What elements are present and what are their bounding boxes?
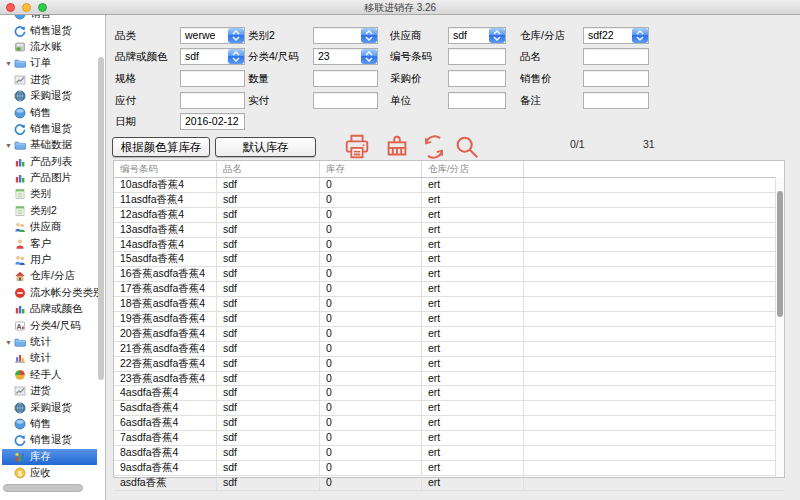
- table-cell: sdf: [217, 357, 320, 371]
- column-header[interactable]: 品名: [217, 161, 320, 177]
- table-row[interactable]: 21香蕉asdfa香蕉4sdf0ert: [114, 342, 784, 357]
- sidebar-item-purchase-in-1[interactable]: 进货: [2, 72, 97, 88]
- sidebar-item-sales-2[interactable]: 销售: [2, 104, 97, 120]
- table-row[interactable]: 9asdfa香蕉4sdf0ert: [114, 461, 784, 476]
- table-row[interactable]: 17香蕉asdfa香蕉4sdf0ert: [114, 282, 784, 297]
- sidebar-item-sales-return-1[interactable]: 销售退货: [2, 22, 97, 38]
- sidebar-item-daybook-category[interactable]: 流水帐分类类别: [2, 285, 97, 301]
- paid-input[interactable]: [313, 92, 378, 109]
- table-row[interactable]: 14asdfa香蕉4sdf0ert: [114, 238, 784, 253]
- table-row[interactable]: 19香蕉asdfa香蕉4sdf0ert: [114, 312, 784, 327]
- dropdown-arrows-icon[interactable]: [632, 28, 648, 43]
- table-row[interactable]: 15asdfa香蕉4sdf0ert: [114, 252, 784, 267]
- payable-input[interactable]: [180, 92, 245, 109]
- table-row[interactable]: 22香蕉asdfa香蕉4sdf0ert: [114, 357, 784, 372]
- disclosure-triangle-icon[interactable]: ▼: [3, 60, 14, 67]
- table-scrollbar-thumb[interactable]: [777, 191, 783, 317]
- quantity-input[interactable]: [313, 70, 378, 87]
- sidebar-item-orders-group[interactable]: ▼订单: [2, 55, 97, 71]
- category2-select[interactable]: [313, 27, 378, 44]
- clean-icon[interactable]: [383, 133, 411, 161]
- category-select[interactable]: werwe: [180, 27, 245, 44]
- search-icon[interactable]: [453, 133, 481, 161]
- sidebar-item-category2[interactable]: 类别2: [2, 203, 97, 219]
- product-name-input[interactable]: [583, 48, 649, 65]
- dropdown-arrows-icon[interactable]: [361, 49, 377, 64]
- column-header[interactable]: 库存: [320, 161, 422, 177]
- sidebar-horizontal-scrollbar[interactable]: [3, 484, 83, 492]
- supplier-select[interactable]: sdf: [448, 27, 506, 44]
- table-row[interactable]: 4asdfa香蕉4sdf0ert: [114, 386, 784, 401]
- table-row[interactable]: 16香蕉asdfa香蕉4sdf0ert: [114, 267, 784, 282]
- barcode-input[interactable]: [448, 48, 506, 65]
- table-row[interactable]: 8asdfa香蕉4sdf0ert: [114, 446, 784, 461]
- sidebar-item-purchase-in-2[interactable]: 进货: [2, 383, 97, 399]
- column-header[interactable]: [524, 161, 784, 177]
- table-cell: 0: [320, 416, 422, 430]
- purchase-price-input[interactable]: [448, 70, 506, 87]
- remark-input[interactable]: [583, 92, 649, 109]
- sidebar-item-sales-return-2[interactable]: 销售退货: [2, 121, 97, 137]
- sidebar-item-supplier[interactable]: 供应商: [2, 219, 97, 235]
- minus-circle-icon: [14, 287, 26, 299]
- table-row[interactable]: 7asdfa香蕉4sdf0ert: [114, 431, 784, 446]
- table-row[interactable]: 23香蕉asdfa香蕉4sdf0ert: [114, 372, 784, 387]
- dropdown-arrows-icon[interactable]: [361, 28, 377, 43]
- date-input[interactable]: 2016-02-12: [180, 113, 245, 130]
- sidebar-item-receivable[interactable]: $应收: [2, 465, 97, 481]
- sidebar-item-label: 仓库/分店: [30, 269, 75, 283]
- print-icon[interactable]: [343, 133, 371, 161]
- product-name-input-label: 品名: [520, 50, 541, 64]
- table-scrollbar[interactable]: [775, 177, 784, 477]
- coin-icon: $: [14, 467, 26, 479]
- table-row[interactable]: asdfa香蕉sdf0ert: [114, 476, 784, 491]
- brand-color-select[interactable]: sdf: [180, 48, 245, 65]
- size-select[interactable]: 23: [313, 48, 378, 65]
- sidebar-vertical-scrollbar[interactable]: [98, 57, 104, 380]
- sidebar-item-purchase-return-2[interactable]: 采购退货: [2, 399, 97, 415]
- table-row[interactable]: 6asdfa香蕉4sdf0ert: [114, 416, 784, 431]
- sidebar-item-customer[interactable]: 客户: [2, 235, 97, 251]
- calc-stock-by-color-button[interactable]: 根据颜色算库存: [112, 137, 210, 157]
- disclosure-triangle-icon[interactable]: ▼: [3, 339, 14, 346]
- sidebar-item-warehouse-branch[interactable]: 仓库/分店: [2, 268, 97, 284]
- table-row[interactable]: 20香蕉asdfa香蕉4sdf0ert: [114, 327, 784, 342]
- sidebar-item-inventory[interactable]: 库存: [2, 449, 97, 465]
- sidebar-item-daybook[interactable]: 流水账: [2, 39, 97, 55]
- zoom-button[interactable]: [38, 3, 47, 12]
- sidebar-item-product-list[interactable]: 产品列表: [2, 154, 97, 170]
- sidebar-item-sales-1[interactable]: 销售: [2, 15, 97, 22]
- dropdown-arrows-icon[interactable]: [228, 49, 244, 64]
- disclosure-triangle-icon[interactable]: ▼: [3, 142, 14, 149]
- close-button[interactable]: [6, 3, 15, 12]
- table-row[interactable]: 5asdfa香蕉4sdf0ert: [114, 401, 784, 416]
- sidebar-item-handler[interactable]: 经手人: [2, 367, 97, 383]
- sidebar-item-product-images[interactable]: 产品图片: [2, 170, 97, 186]
- default-stock-button[interactable]: 默认库存: [215, 137, 316, 157]
- table-row[interactable]: 10asdfa香蕉4sdf0ert: [114, 178, 784, 193]
- sidebar-item-statistics[interactable]: 统计: [2, 350, 97, 366]
- warehouse-select[interactable]: sdf22: [583, 27, 649, 44]
- table-row[interactable]: 11asdfa香蕉4sdf0ert: [114, 193, 784, 208]
- column-header[interactable]: 仓库/分店: [422, 161, 524, 177]
- sidebar-item-category4-size[interactable]: A分类4/尺码: [2, 317, 97, 333]
- sidebar-item-sales-return-3[interactable]: 销售退货: [2, 432, 97, 448]
- minimize-button[interactable]: [22, 3, 31, 12]
- dropdown-arrows-icon[interactable]: [228, 28, 244, 43]
- sidebar-item-base-data-group[interactable]: ▼基础数据: [2, 137, 97, 153]
- unit-input[interactable]: [448, 92, 506, 109]
- table-row[interactable]: 18香蕉asdfa香蕉4sdf0ert: [114, 297, 784, 312]
- sidebar-item-purchase-return-1[interactable]: 采购退货: [2, 88, 97, 104]
- sidebar-item-brand-or-color[interactable]: 品牌或颜色: [2, 301, 97, 317]
- sidebar-item-category[interactable]: 类别: [2, 186, 97, 202]
- dropdown-arrows-icon[interactable]: [489, 28, 505, 43]
- sidebar-item-stats-group[interactable]: ▼统计: [2, 334, 97, 350]
- sidebar-item-sales-3[interactable]: 销售: [2, 416, 97, 432]
- column-header[interactable]: 编号条码: [114, 161, 217, 177]
- spec-input[interactable]: [180, 70, 245, 87]
- table-row[interactable]: 13asdfa香蕉4sdf0ert: [114, 223, 784, 238]
- table-row[interactable]: 12asdfa香蕉4sdf0ert: [114, 208, 784, 223]
- refresh-icon[interactable]: [420, 133, 448, 161]
- sale-price-input[interactable]: [583, 70, 649, 87]
- sidebar-item-user[interactable]: 用户: [2, 252, 97, 268]
